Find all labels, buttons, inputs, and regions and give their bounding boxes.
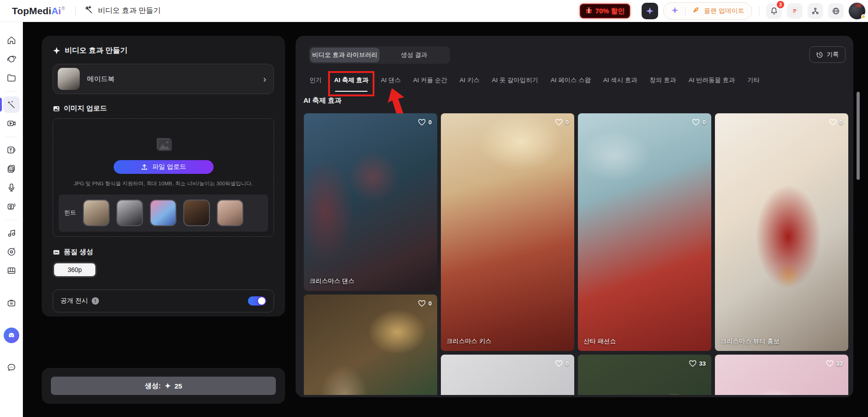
rail-divider <box>5 91 17 92</box>
like-count: 0 <box>429 119 432 126</box>
effect-card-label: 크리스마스 댄스 <box>309 277 354 285</box>
grid-column: 0 크리스마스 댄스 0 <box>304 113 437 395</box>
page-scrollbar[interactable] <box>857 92 860 180</box>
like-button[interactable]: 0 <box>418 119 432 126</box>
library-panel: 비디오 효과 라이브러리 생성 결과 기록 인기 AI 축제 효과 AI 댄스 … <box>296 36 853 397</box>
hint-thumbnail[interactable] <box>83 200 110 226</box>
like-button[interactable]: 0 <box>692 119 706 126</box>
like-button[interactable]: 0 <box>555 119 569 126</box>
category-ai-sexy-effects[interactable]: AI 섹시 효과 <box>603 76 637 85</box>
sidebar-item-video-effects[interactable] <box>3 96 20 113</box>
info-icon[interactable]: ! <box>92 297 99 305</box>
annotation-red-box <box>328 71 374 96</box>
effect-card-label: 크리스마스 뷰티 홍보 <box>720 337 780 345</box>
sidebar-item-voice-changer[interactable] <box>3 198 20 215</box>
grid-column: 0 크리스마스 키스 0 <box>441 113 574 395</box>
effect-model-select[interactable]: 메이드복 › <box>53 64 274 94</box>
hint-label: 힌트 <box>64 209 76 217</box>
effect-card[interactable]: 0 <box>441 355 574 395</box>
category-ai-kiss[interactable]: AI 키스 <box>460 76 480 85</box>
heart-icon <box>692 119 700 126</box>
heart-icon <box>829 119 837 126</box>
history-button[interactable]: 기록 <box>809 46 846 63</box>
sidebar-item-voice-clone[interactable] <box>3 161 20 177</box>
category-ai-pet-effects[interactable]: AI 반려동물 효과 <box>688 76 735 85</box>
upload-file-button[interactable]: 파일 업로드 <box>114 160 214 174</box>
sidebar-item-piano[interactable] <box>3 262 20 279</box>
promo-list-button[interactable] <box>787 3 802 19</box>
category-creative-effects[interactable]: 창의 효과 <box>650 76 676 85</box>
create-panel-header: 비디오 효과 만들기 <box>53 46 274 56</box>
effect-card[interactable]: 0 크리스마스 댄스 <box>304 113 437 291</box>
public-display-label: 공개 전시 <box>60 297 88 305</box>
effect-card[interactable]: 0 크리스마스 뷰티 홍보 <box>715 113 848 351</box>
like-count: 33 <box>699 360 706 367</box>
effect-card[interactable]: 0 <box>304 295 437 395</box>
upload-hint-text: JPG 및 PNG 형식을 지원하며, 최대 10MB, 최소 너비/높이는 3… <box>74 180 253 187</box>
hint-thumbnail[interactable] <box>217 200 243 226</box>
category-ai-clothes-change[interactable]: AI 옷 갈아입히기 <box>492 76 538 85</box>
sidebar-item-ai-tools[interactable]: AI <box>3 295 20 311</box>
sidebar-item-text-to-speech[interactable] <box>3 142 20 158</box>
category-ai-dance[interactable]: AI 댄스 <box>381 76 401 85</box>
image-placeholder-icon <box>155 137 172 154</box>
sidebar-item-discord[interactable] <box>4 328 19 343</box>
sidebar-item-support-chat[interactable] <box>3 359 20 376</box>
user-avatar[interactable] <box>849 3 865 19</box>
like-button[interactable]: 33 <box>826 360 843 367</box>
image-icon <box>53 105 60 112</box>
effect-card[interactable]: 33 <box>715 355 848 395</box>
category-popular[interactable]: 인기 <box>309 76 322 85</box>
hint-thumbnail[interactable] <box>150 200 176 226</box>
public-display-row: 공개 전시 ! <box>53 289 274 312</box>
hint-thumbnail[interactable] <box>116 200 143 226</box>
create-panel-title: 비디오 효과 만들기 <box>65 46 127 56</box>
heart-icon <box>555 360 563 367</box>
notifications-button[interactable]: 3 <box>766 3 782 19</box>
like-button[interactable]: 0 <box>555 360 569 367</box>
heart-icon <box>418 119 426 126</box>
effect-card[interactable]: 0 크리스마스 키스 <box>441 113 574 351</box>
hint-thumbnail[interactable] <box>183 200 210 226</box>
library-tab-group: 비디오 효과 라이브러리 생성 결과 <box>309 46 450 64</box>
sidebar-item-explore[interactable] <box>3 51 20 67</box>
sidebar-item-vinyl[interactable] <box>3 244 20 260</box>
ai-sparkle-button[interactable] <box>642 3 658 19</box>
sidebar-item-video-generator[interactable] <box>3 115 20 132</box>
sidebar-item-microphone[interactable] <box>3 179 20 196</box>
like-button[interactable]: 0 <box>829 119 843 126</box>
app-logo[interactable]: TopMediAi® <box>12 6 65 17</box>
avatar-status-badge <box>861 14 866 19</box>
like-count: 0 <box>566 119 569 126</box>
sidebar-item-projects[interactable] <box>3 70 20 86</box>
logo-text: TopMedi <box>12 6 51 17</box>
discount-badge[interactable]: 70% 할인 <box>580 4 630 18</box>
public-display-toggle[interactable] <box>248 296 266 306</box>
like-button[interactable]: 0 <box>418 300 432 307</box>
sidebar-item-home[interactable] <box>3 32 20 49</box>
category-label: AI 축제 효과 <box>334 77 368 83</box>
plan-update-label: 플랜 업데이트 <box>704 7 744 15</box>
tab-effect-library[interactable]: 비디오 효과 라이브러리 <box>310 48 379 62</box>
tab-generation-results[interactable]: 생성 결과 <box>379 48 449 62</box>
sparkle-icon <box>671 6 679 16</box>
like-button[interactable]: 33 <box>689 360 706 367</box>
language-globe-button[interactable] <box>828 3 844 19</box>
upload-icon <box>141 163 148 171</box>
category-ai-face-swap[interactable]: AI 페이스 스왑 <box>551 76 591 85</box>
category-ai-festival-effects[interactable]: AI 축제 효과 <box>334 76 368 85</box>
effect-card[interactable]: 0 산타 패션쇼 <box>578 113 711 351</box>
generate-button[interactable]: 생성: 25 <box>51 377 276 395</box>
history-button-label: 기록 <box>827 50 839 59</box>
effect-card[interactable]: 33 <box>578 355 711 395</box>
like-count: 33 <box>836 360 843 367</box>
upload-dropzone[interactable]: 파일 업로드 JPG 및 PNG 형식을 지원하며, 최대 10MB, 최소 너… <box>53 118 274 237</box>
svg-text:AI: AI <box>10 302 13 305</box>
plan-update-pill[interactable]: 플랜 업데이트 <box>663 2 752 20</box>
share-nodes-button[interactable] <box>808 3 823 19</box>
quality-360p-chip[interactable]: 360p <box>53 262 97 278</box>
category-other[interactable]: 기타 <box>747 76 760 85</box>
like-count: 0 <box>840 119 843 126</box>
sidebar-item-music[interactable] <box>3 225 20 241</box>
category-ai-couple-moments[interactable]: AI 커플 순간 <box>413 76 447 85</box>
